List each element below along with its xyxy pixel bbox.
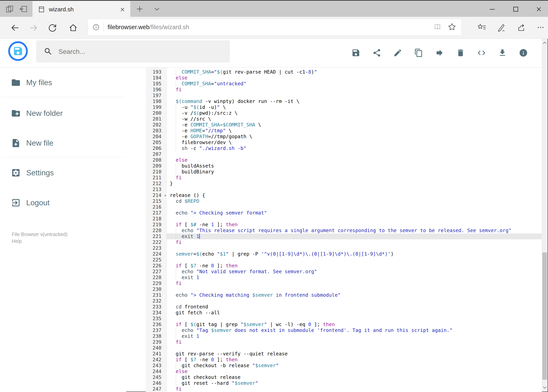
code-line[interactable]: 194 else	[146, 75, 542, 81]
line-number: 239	[146, 339, 167, 345]
maximize-button[interactable]	[510, 5, 521, 14]
new-tab-icon[interactable]	[135, 4, 144, 14]
browser-tab[interactable]: wizard.sh	[33, 1, 130, 17]
code-line[interactable]: 227 echo "Not valid semver format. See s…	[146, 269, 542, 275]
page-scrollbar[interactable]	[542, 39, 548, 392]
code-line[interactable]: 195 COMMIT_SHA="untracked"	[146, 81, 542, 87]
code-line[interactable]: 209 buildAssets	[146, 163, 542, 169]
code-line[interactable]: 233 cd frontend	[146, 304, 542, 310]
code-line[interactable]: 235	[146, 316, 542, 322]
help-link[interactable]: Help	[12, 238, 22, 244]
forward-icon[interactable]	[29, 23, 38, 33]
sidebar-item-logout[interactable]: Logout	[0, 195, 126, 210]
code-line[interactable]: 199 -u "$(id -u)" \	[146, 104, 542, 110]
edit-button[interactable]	[391, 47, 404, 59]
filebrowser-logo[interactable]	[8, 41, 28, 61]
code-line[interactable]: 205 filebrowser/dev \	[146, 140, 542, 145]
code-line[interactable]: 216	[146, 204, 542, 210]
copy-button[interactable]	[412, 47, 425, 59]
favorite-star-icon[interactable]	[447, 22, 457, 32]
web-notes-icon[interactable]	[497, 23, 506, 33]
search-bar[interactable]	[36, 40, 230, 63]
sidebar-item-my-files[interactable]: My files	[0, 75, 126, 90]
code-line[interactable]: 241 git rev-parse --verify --quiet relea…	[146, 351, 542, 357]
address-bar[interactable]: filebrowser.web/files/wizard.sh	[88, 19, 462, 36]
code-line[interactable]: 210 buildBinary	[146, 169, 542, 175]
raw-code-button[interactable]	[475, 47, 488, 59]
code-line[interactable]: 238 exit 1	[146, 333, 542, 339]
code-line[interactable]: 201 -w //src \	[146, 116, 542, 122]
code-line[interactable]: 239 fi	[146, 339, 542, 345]
share-button[interactable]	[371, 47, 383, 59]
code-line[interactable]: 221 exit 1	[146, 233, 542, 239]
code-line[interactable]: 229 fi	[146, 280, 542, 286]
code-line[interactable]: 200 -v /$(pwd):/src:z \	[146, 110, 542, 116]
scrollbar-thumb[interactable]	[542, 252, 547, 380]
share-page-icon[interactable]	[516, 23, 526, 33]
save-button[interactable]	[350, 47, 362, 59]
code-line[interactable]: 218	[146, 216, 542, 222]
tab-close-icon[interactable]	[118, 5, 127, 14]
code-line[interactable]: 202 -e COMMIT_SHA=$COMMIT_SHA \	[146, 122, 542, 128]
code-line[interactable]: 214▾release () {	[146, 192, 542, 198]
code-line[interactable]: 225	[146, 257, 542, 263]
code-line[interactable]: 232	[146, 298, 542, 304]
code-line[interactable]: 222 fi	[146, 239, 542, 245]
refresh-icon[interactable]	[48, 23, 57, 33]
fold-marker-icon[interactable]: ▾	[164, 193, 166, 198]
code-line[interactable]: 224 semver=$(echo "$1" | grep -P '^v(0|[…	[146, 251, 542, 257]
code-line[interactable]: 246 git reset --hard "$semver"	[146, 380, 542, 386]
code-line[interactable]: 226 if [ $? -ne 0 ]; then	[146, 263, 542, 269]
sidebar-item-new-folder[interactable]: New folder	[0, 106, 126, 121]
restore-tabs-icon[interactable]	[19, 4, 28, 14]
code-line[interactable]: 204 -e GOPATH=//tmp/gopath \	[146, 134, 542, 140]
code-line[interactable]: 197	[146, 93, 542, 98]
tab-menu-icon[interactable]	[152, 4, 162, 14]
code-line[interactable]: 217 echo "> Checking semver format"	[146, 210, 542, 216]
code-line[interactable]: 219 if [ $# -ne 1 ]; then	[146, 222, 542, 228]
code-editor[interactable]: 193 COMMIT_SHA="$(git rev-parse HEAD | c…	[146, 68, 542, 392]
code-line[interactable]: 206 sh -c "./wizard.sh -b"	[146, 145, 542, 151]
download-button[interactable]	[496, 47, 509, 59]
code-line[interactable]: 193 COMMIT_SHA="$(git rev-parse HEAD | c…	[146, 69, 542, 75]
code-line[interactable]: 220 echo "This release script requires a…	[146, 228, 542, 233]
delete-button[interactable]	[454, 47, 467, 59]
code-line[interactable]: 244 else	[146, 369, 542, 374]
close-button[interactable]	[533, 5, 544, 14]
info-button[interactable]	[517, 47, 530, 59]
code-line[interactable]: 198 $(command -v winpty) docker run --rm…	[146, 98, 542, 104]
scroll-down-icon[interactable]	[542, 384, 548, 392]
code-line[interactable]: 242 if [ $? -ne 0 ]; then	[146, 357, 542, 363]
code-line[interactable]: 245 git checkout release	[146, 374, 542, 380]
code-line[interactable]: 243 git checkout -b release "$semver"	[146, 363, 542, 369]
code-line[interactable]: 234 git fetch --all	[146, 310, 542, 316]
code-line[interactable]: 231 echo "> Checking matching $semver in…	[146, 292, 542, 298]
code-line[interactable]: 203 -e HOME="//tmp" \	[146, 128, 542, 134]
move-button[interactable]	[433, 47, 446, 59]
minimize-button[interactable]	[487, 5, 498, 14]
code-line[interactable]: 213	[146, 187, 542, 192]
code-line[interactable]: 212}	[146, 181, 542, 187]
code-line[interactable]: 215 cd $REPO	[146, 198, 542, 204]
home-icon[interactable]	[69, 23, 78, 33]
code-line[interactable]: 247 fi	[146, 386, 542, 392]
code-line[interactable]: 207	[146, 151, 542, 157]
code-line[interactable]: 223	[146, 245, 542, 251]
code-line[interactable]: 211 fi	[146, 175, 542, 181]
code-line[interactable]: 237 echo "Tag $semver does not exist in …	[146, 327, 542, 333]
search-input[interactable]	[58, 48, 219, 56]
sidebar-item-settings[interactable]: Settings	[0, 165, 126, 180]
code-line[interactable]: 230	[146, 286, 542, 292]
sidebar-item-new-file[interactable]: New file	[0, 136, 126, 150]
code-line[interactable]: 228 exit 1	[146, 275, 542, 280]
more-options-icon[interactable]	[536, 23, 545, 33]
code-line[interactable]: 196 fi	[146, 87, 542, 93]
site-info-icon[interactable]	[92, 23, 100, 32]
code-line[interactable]: 236 if [ $(git tag | grep "$semver" | wc…	[146, 322, 542, 327]
scroll-up-icon[interactable]	[542, 39, 548, 47]
hub-favorites-icon[interactable]	[477, 23, 486, 33]
code-line[interactable]: 240	[146, 345, 542, 351]
code-line[interactable]: 208 else	[146, 157, 542, 163]
back-icon[interactable]	[10, 23, 20, 33]
set-aside-tabs-icon[interactable]	[5, 4, 14, 14]
